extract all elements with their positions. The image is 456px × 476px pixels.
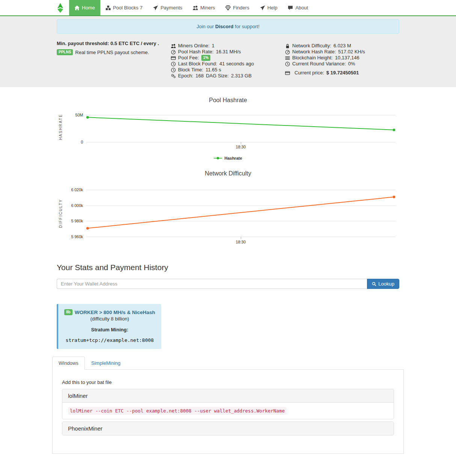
lookup-button-label: Lookup (378, 281, 394, 287)
nav-label: Home (82, 5, 95, 11)
svg-text:6 020k: 6 020k (71, 187, 83, 192)
lolminer-accordion-header[interactable]: lolMiner (62, 389, 394, 402)
svg-text:5 980k: 5 980k (71, 219, 83, 223)
miner-setup-section: Windows SimpleMining Add this to your ba… (52, 357, 404, 454)
network-difficulty-stat: Network Difficulty: 6.023 M (285, 43, 399, 49)
stat-value: 6.023 M (334, 43, 351, 49)
nav-label: Help (267, 5, 278, 11)
paper-plane-icon (260, 5, 265, 11)
phoenixminer-accordion: PhoenixMiner (62, 422, 394, 435)
nav-label: About (295, 5, 308, 11)
windows-tab-panel: Add this to your bat file lolMiner lolMi… (52, 370, 404, 454)
bat-file-instruction: Add this to your bat file (62, 379, 394, 385)
wallet-lookup: Lookup (57, 279, 399, 289)
stat-value: 2.313 GB (231, 73, 252, 79)
nav-item-help[interactable]: Help (255, 0, 283, 15)
stat-label: Miners Online: (178, 43, 210, 49)
phoenixminer-accordion-header[interactable]: PhoenixMiner (62, 422, 394, 435)
money-icon (285, 71, 290, 76)
miners-icon (171, 44, 176, 48)
stat-label: Network Difficulty: (292, 43, 331, 49)
stat-value: 0% (348, 61, 355, 67)
hashrate-legend: Hashrate (57, 156, 399, 160)
nav-label: Miners (200, 5, 215, 11)
pool-hashrate-stat: Pool Hash Rate: 16.31 MH/s (171, 49, 285, 55)
svg-text:6 000k: 6 000k (71, 203, 83, 208)
stat-value: 517.02 KH/s (338, 49, 365, 55)
stat-label: Current price: (294, 70, 324, 76)
lolminer-accordion: lolMiner lolMiner --coin ETC --pool exam… (62, 389, 394, 419)
nav-item-miners[interactable]: Miners (187, 0, 220, 15)
tab-simplemining[interactable]: SimpleMining (85, 357, 127, 370)
stat-value: 41 seconds ago (219, 61, 254, 67)
pool-stats-column: Miners Online: 1 Pool Hash Rate: 16.31 M… (171, 43, 285, 79)
nav-item-home[interactable]: Home (69, 0, 100, 15)
stat-label: Pool Fee: (178, 55, 199, 61)
current-price-stat: Current price: $ 19.72450501 (285, 70, 399, 76)
alert-text: for support! (235, 24, 260, 29)
alert-text: Join our (196, 24, 214, 29)
clock-icon (171, 68, 176, 73)
stat-label: DAG Size: (206, 73, 229, 79)
pool-fee-stat: Pool Fee: 1% (171, 55, 285, 61)
discord-link[interactable]: Discord (215, 24, 233, 29)
miners-online-stat: Miners Online: 1 (171, 43, 285, 49)
home-icon (74, 5, 80, 11)
nav-item-about[interactable]: About (282, 0, 313, 15)
stat-label: Pool Hash Rate: (178, 49, 214, 55)
pool-hashrate-chart: Pool Hashrate 50M018:30HASHRATE Hashrate (57, 97, 399, 160)
cubes-icon (106, 5, 111, 11)
nav-label: Pool Blocks 7 (113, 5, 143, 11)
svg-text:5 960k: 5 960k (71, 234, 83, 239)
network-stats-column: Network Difficulty: 6.023 M Network Hash… (285, 43, 399, 79)
stat-value: 16.31 MH/s (216, 49, 241, 55)
nicehash-subtitle: (difficulty 8 billion) (62, 316, 157, 322)
comment-icon (288, 5, 293, 11)
stratum-label: Stratum Mining: (62, 327, 157, 332)
svg-text:18:30: 18:30 (236, 240, 246, 244)
stratum-url: stratum+tcp://example.net:8008 (62, 337, 157, 343)
chart-title: Network Difficulty (57, 170, 399, 177)
nav-item-payments[interactable]: Payments (148, 0, 187, 15)
nav-label: Payments (160, 5, 182, 11)
tab-windows[interactable]: Windows (52, 357, 85, 370)
lookup-button[interactable]: Lookup (367, 279, 399, 289)
stat-label: Network Hash Rate: (292, 49, 336, 55)
stat-value: 10,137,146 (335, 55, 359, 61)
gem-icon (225, 5, 231, 11)
wallet-address-input[interactable] (57, 279, 367, 289)
etc-diamond-icon (57, 3, 64, 13)
svg-text:HASHRATE: HASHRATE (59, 114, 63, 140)
stat-value: $ 19.72450501 (326, 70, 359, 76)
network-difficulty-plot: 6 020k6 000k5 980k5 960k18:30DIFFICULTY (57, 182, 399, 252)
legend-label: Hashrate (224, 156, 242, 160)
nicehash-info-box: 8b WORKER > 800 MH/s & NiceHash (difficu… (57, 304, 161, 349)
payout-threshold: Min. payout threshold: 0.5 ETC ETC / eve… (57, 41, 171, 46)
network-hashrate-stat: Network Hash Rate: 517.02 KH/s (285, 49, 399, 55)
bars-icon (285, 56, 290, 60)
stat-label: Last Block Found: (178, 61, 217, 67)
etc-logo[interactable] (57, 0, 64, 15)
nav-label: Finders (233, 5, 249, 11)
paper-plane-icon (153, 5, 158, 11)
tachometer-icon (171, 50, 176, 54)
pool-fee-badge: 1% (201, 55, 210, 61)
stat-label: Blockchain Height: (292, 55, 333, 61)
stat-value: 168 (195, 73, 204, 79)
chart-title: Pool Hashrate (57, 97, 399, 104)
svg-text:50M: 50M (75, 113, 83, 117)
stat-value: 1 (212, 43, 214, 49)
stats-hero: Join our Discord for support! Min. payou… (0, 16, 456, 87)
svg-text:18:30: 18:30 (236, 145, 246, 149)
epoch-stat: Epoch: 168 DAG Size: 2.313 GB (171, 73, 285, 79)
last-block-stat: Last Block Found: 41 seconds ago (171, 61, 285, 67)
svg-text:0: 0 (81, 140, 83, 144)
svg-text:DIFFICULTY: DIFFICULTY (59, 199, 63, 228)
blockchain-height-stat: Blockchain Height: 10,137,146 (285, 55, 399, 61)
nav-item-pool-blocks[interactable]: Pool Blocks 7 (100, 0, 148, 15)
pplns-badge: PPLNS (57, 49, 73, 55)
nav-item-finders[interactable]: Finders (220, 0, 254, 15)
difficulty-badge: 8b (64, 309, 72, 315)
network-difficulty-chart: Network Difficulty 6 020k6 000k5 980k5 9… (57, 170, 399, 252)
cogs-icon (171, 74, 176, 79)
